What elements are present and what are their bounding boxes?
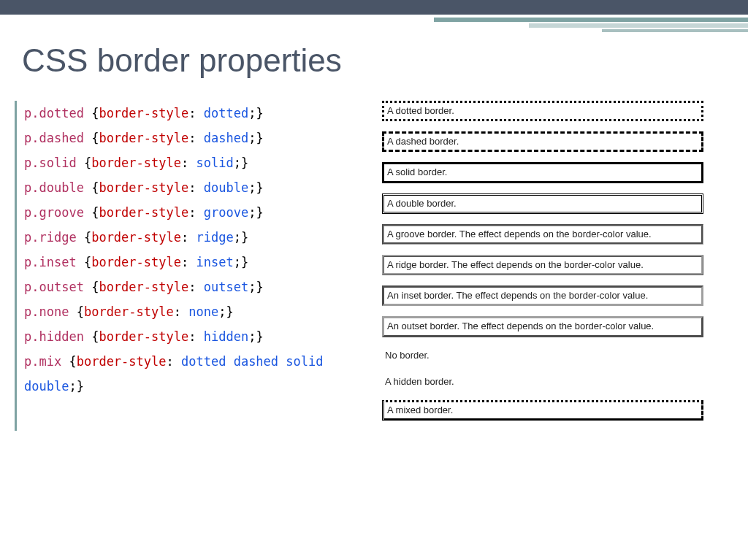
code-line: p.hidden {border-style: hidden;}	[24, 324, 338, 349]
page-title: CSS border properties	[22, 42, 748, 79]
demo-dotted: A dotted border.	[382, 101, 703, 121]
code-line: p.inset {border-style: inset;}	[24, 250, 338, 275]
code-line: p.solid {border-style: solid;}	[24, 150, 338, 175]
code-line: p.dashed {border-style: dashed;}	[24, 126, 338, 150]
demo-hidden: A hidden border.	[382, 374, 703, 390]
demo-mix: A mixed border.	[382, 400, 703, 421]
demo-dashed: A dashed border.	[382, 131, 703, 152]
demo-ridge: A ridge border. The effect depends on th…	[382, 255, 703, 275]
accent-lines	[383, 18, 748, 34]
content-row: p.dotted {border-style: dotted;} p.dashe…	[0, 101, 748, 431]
code-line: p.dotted {border-style: dotted;}	[24, 101, 338, 126]
slide: CSS border properties p.dotted {border-s…	[0, 0, 748, 560]
demo-solid: A solid border.	[382, 162, 703, 183]
code-block: p.dotted {border-style: dotted;} p.dashe…	[15, 101, 338, 431]
code-line: p.double {border-style: double;}	[24, 175, 338, 200]
code-line: p.outset {border-style: outset;}	[24, 275, 338, 299]
demo-outset: An outset border. The effect depends on …	[382, 316, 703, 337]
top-bar	[0, 0, 748, 17]
demo-block: A dotted border. A dashed border. A soli…	[382, 101, 703, 431]
code-line: p.ridge {border-style: ridge;}	[24, 225, 338, 250]
code-line: p.groove {border-style: groove;}	[24, 200, 338, 225]
demo-double: A double border.	[382, 193, 703, 214]
code-line: p.none {border-style: none;}	[24, 299, 338, 324]
demo-groove: A groove border. The effect depends on t…	[382, 224, 703, 245]
demo-inset: An inset border. The effect depends on t…	[382, 285, 703, 306]
demo-none: No border.	[382, 348, 703, 364]
code-line: p.mix {border-style: dotted dashed solid…	[24, 349, 338, 399]
